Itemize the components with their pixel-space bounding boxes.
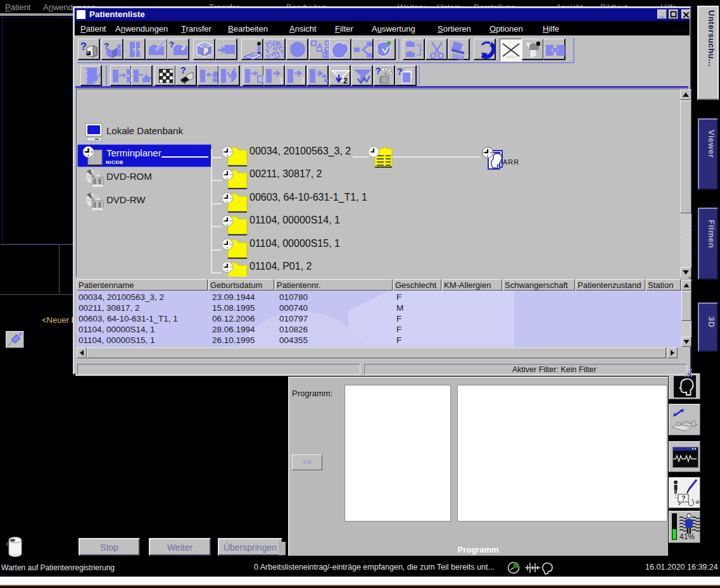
svg-text:2: 2 (343, 77, 348, 85)
svg-text:1: 1 (279, 77, 283, 84)
svg-text:?: ? (397, 66, 403, 77)
svg-text:?: ? (80, 41, 87, 52)
svg-text:2: 2 (301, 77, 305, 84)
svg-text:?: ? (169, 40, 174, 49)
svg-text:?: ? (180, 66, 186, 75)
svg-text:?: ? (376, 66, 381, 76)
svg-text:?: ? (681, 494, 686, 502)
